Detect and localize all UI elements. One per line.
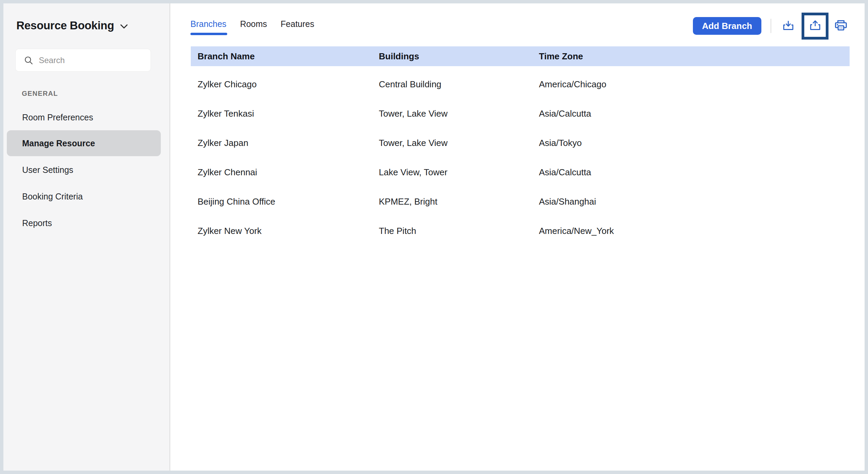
import-button[interactable] [780,18,796,34]
print-button[interactable] [833,18,849,34]
cell-time-zone: Asia/Tokyo [539,138,850,148]
cell-buildings: Lake View, Tower [379,167,539,178]
cell-branch-name: Zylker Chennai [191,167,379,178]
table-header-row: Branch Name Buildings Time Zone [191,46,850,66]
cell-branch-name: Zylker Tenkasi [191,108,379,119]
page-title: Resource Booking [16,18,114,33]
search-box[interactable] [15,49,151,72]
tab-bar: Branches Rooms Features [190,19,314,35]
sidebar-item-booking-criteria[interactable]: Booking Criteria [7,183,161,209]
cell-buildings: Tower, Lake View [379,108,539,119]
cell-buildings: KPMEZ, Bright [379,196,539,207]
print-icon [833,18,849,34]
table-row[interactable]: Zylker Chennai Lake View, Tower Asia/Cal… [191,158,850,187]
branches-table: Branch Name Buildings Time Zone Zylker C… [191,46,850,246]
cell-time-zone: America/Chicago [539,79,850,90]
export-button[interactable] [807,18,823,34]
cell-time-zone: Asia/Calcutta [539,108,850,119]
cell-branch-name: Zylker Chicago [191,79,379,90]
cell-branch-name: Beijing China Office [191,196,379,207]
tab-features[interactable]: Features [281,19,314,35]
table-row[interactable]: Beijing China Office KPMEZ, Bright Asia/… [191,187,850,216]
cell-time-zone: Asia/Calcutta [539,167,850,178]
tab-rooms[interactable]: Rooms [240,19,267,35]
table-row[interactable]: Zylker Tenkasi Tower, Lake View Asia/Cal… [191,99,850,128]
cell-branch-name: Zylker Japan [191,138,379,148]
table-body: Zylker Chicago Central Building America/… [191,70,850,246]
sidebar-item-reports[interactable]: Reports [7,210,161,236]
cell-branch-name: Zylker New York [191,226,379,236]
main-content: Branches Rooms Features Add Branch [170,3,865,471]
sidebar-item-label: User Settings [22,165,73,175]
column-header-time-zone[interactable]: Time Zone [539,51,850,62]
app-switcher[interactable]: Resource Booking [16,18,128,33]
column-header-branch-name[interactable]: Branch Name [191,51,379,62]
cell-buildings: Central Building [379,79,539,90]
toolbar-divider [771,19,771,33]
toolbar: Add Branch [693,12,849,40]
table-row[interactable]: Zylker Chicago Central Building America/… [191,70,850,99]
sidebar-item-label: Room Preferences [22,113,93,122]
sidebar-item-manage-resource[interactable]: Manage Resource [7,130,161,156]
import-icon [781,19,795,33]
table-row[interactable]: Zylker New York The Pitch America/New_Yo… [191,216,850,246]
sidebar-item-label: Booking Criteria [22,192,83,202]
search-icon [24,56,33,65]
sidebar-item-label: Manage Resource [22,138,95,148]
cell-buildings: The Pitch [379,226,539,236]
chevron-down-icon[interactable] [120,24,128,29]
resource-booking-settings-window: Resource Booking GENERAL Room Preference… [0,0,868,474]
column-header-buildings[interactable]: Buildings [379,51,539,62]
export-icon [808,19,822,33]
sidebar-item-label: Reports [22,218,52,228]
search-input[interactable] [39,56,144,65]
table-row[interactable]: Zylker Japan Tower, Lake View Asia/Tokyo [191,128,850,158]
sidebar-section-general: GENERAL [22,90,58,98]
sidebar: Resource Booking GENERAL Room Preference… [3,3,169,471]
cell-buildings: Tower, Lake View [379,138,539,148]
tab-branches[interactable]: Branches [190,19,227,35]
sidebar-item-room-preferences[interactable]: Room Preferences [7,104,161,130]
cell-time-zone: America/New_York [539,226,850,236]
cell-time-zone: Asia/Shanghai [539,196,850,207]
add-branch-button[interactable]: Add Branch [693,17,761,35]
export-button-highlight-box [802,13,828,40]
sidebar-item-user-settings[interactable]: User Settings [7,157,161,183]
